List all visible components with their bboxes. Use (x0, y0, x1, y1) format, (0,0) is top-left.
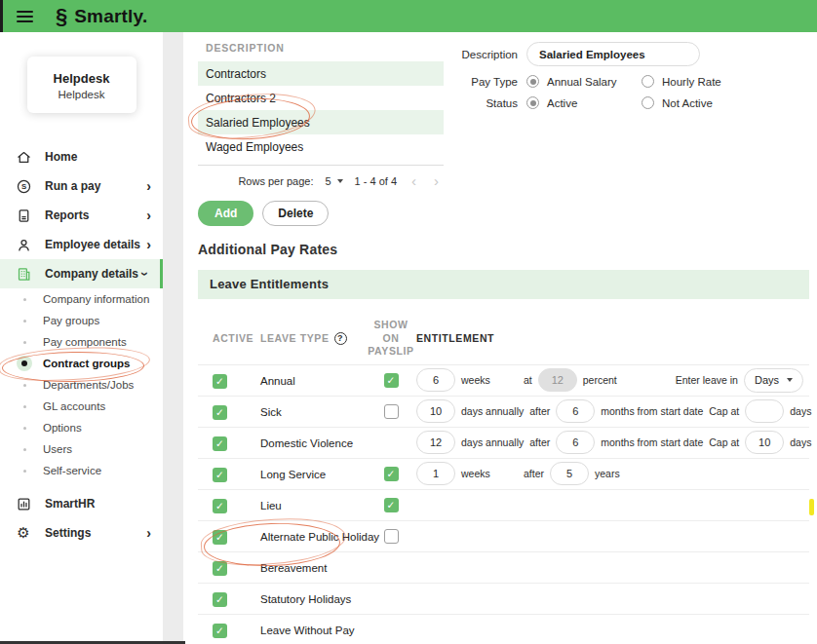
description-input[interactable]: Salaried Employees (526, 42, 700, 66)
show-on-payslip-checkbox[interactable]: ✓ (384, 498, 399, 512)
group-row-salaried-employees[interactable]: Salaried Employees (198, 110, 444, 134)
active-checkbox[interactable]: ✓ (213, 561, 227, 576)
entitlement-label: after (529, 405, 550, 417)
leave-type-cell: Bereavement (245, 558, 366, 576)
sidebar-item-settings[interactable]: ⚙Settings› (0, 518, 163, 548)
entitlement-unit-select[interactable]: Days (744, 368, 803, 393)
sidebar-subitem-contract-groups[interactable]: Contract groups (0, 353, 163, 374)
sidebar-subitem-departments-jobs[interactable]: Departments/Jobs (0, 374, 163, 396)
active-checkbox[interactable]: ✓ (213, 530, 227, 545)
leave-type-label: Bereavement (260, 562, 327, 574)
top-bar: § Smartly. (0, 0, 817, 32)
show-on-payslip-checkbox[interactable] (384, 529, 399, 544)
company-icon (15, 265, 32, 283)
rows-per-page-select[interactable]: 5 (325, 175, 342, 187)
sidebar-item-run-a-pay[interactable]: SRun a pay› (0, 171, 163, 201)
entitlement-input[interactable] (745, 399, 784, 423)
sidebar-subitem-self-service[interactable]: Self-service (0, 460, 163, 481)
entitlement-input[interactable]: 10 (416, 399, 455, 423)
menu-icon[interactable] (17, 11, 33, 22)
sidebar-item-reports[interactable]: Reports› (0, 201, 163, 230)
active-cell: ✓ (198, 402, 245, 420)
entitlement-input[interactable]: 12 (416, 431, 455, 454)
pay-type-option-hourly-rate[interactable]: Hourly Rate (642, 75, 721, 88)
active-checkbox[interactable]: ✓ (213, 436, 227, 451)
sidebar-subitem-gl-accounts[interactable]: GL accounts (0, 396, 163, 417)
sidebar-item-company-details[interactable]: Company details› (0, 259, 163, 288)
group-row-label: Waged Employees (206, 140, 303, 154)
employee-icon (15, 236, 32, 253)
leave-row-domestic-violence: ✓Domestic Violence12days annuallyafter6m… (198, 428, 809, 459)
entitlement-cell: 1weeksafter5years (416, 462, 809, 485)
group-row-contractors[interactable]: Contractors (198, 61, 444, 86)
sidebar-subitem-pay-components[interactable]: Pay components (0, 331, 163, 353)
help-icon[interactable]: ? (334, 332, 347, 345)
active-checkbox[interactable]: ✓ (213, 468, 227, 482)
show-on-payslip-cell: ✓ (366, 498, 416, 512)
leave-row-statutory-holidays: ✓Statutory Holidays (198, 584, 809, 615)
entitlement-input[interactable]: 10 (745, 431, 784, 454)
next-page-icon[interactable]: › (431, 172, 442, 189)
description-label: Description (457, 49, 518, 60)
sidebar-item-label: SmartHR (45, 497, 95, 511)
sidebar-subitem-pay-groups[interactable]: Pay groups (0, 310, 163, 331)
sidebar-item-employee-details[interactable]: Employee details› (0, 230, 163, 259)
delete-button[interactable]: Delete (262, 201, 329, 226)
leave-type-label: Leave Without Pay (260, 625, 355, 636)
leave-row-lieu: ✓Lieu✓ (198, 490, 809, 521)
previous-page-icon[interactable]: ‹ (408, 172, 419, 189)
entitlement-label: days (790, 436, 811, 448)
entitlement-input[interactable]: 6 (416, 368, 455, 392)
pay-type-option-annual-salary[interactable]: Annual Salary (526, 75, 642, 88)
status-option-label: Active (547, 97, 577, 109)
entitlement-input[interactable]: 6 (556, 399, 595, 423)
entitlement-cell: 6weeksat12percentEnter leave inDays (416, 368, 809, 393)
leave-type-label: Sick (260, 406, 282, 418)
sidebar-subitem-label: Options (43, 422, 82, 434)
leave-type-cell: Leave Without Pay (245, 621, 366, 638)
sidebar-nav: HomeSRun a pay›Reports›Employee details›… (0, 142, 163, 288)
entitlement-input[interactable]: 5 (550, 462, 589, 485)
sidebar-item-label: Company details (45, 267, 138, 281)
leave-type-cell: Statutory Holidays (245, 589, 366, 607)
group-row-waged-employees[interactable]: Waged Employees (198, 134, 444, 159)
group-detail-form: Description Salaried Employees Pay Type … (444, 38, 809, 226)
sidebar-item-smarthr[interactable]: SmartHR (0, 489, 163, 518)
status-options: ActiveNot Active (526, 96, 713, 109)
pay-type-option-label: Annual Salary (547, 76, 617, 88)
entitlement-input[interactable]: 1 (416, 462, 455, 485)
workspace-subtitle: Helpdesk (33, 89, 131, 100)
show-on-payslip-checkbox[interactable]: ✓ (384, 373, 399, 388)
show-on-payslip-cell (366, 529, 416, 544)
status-field-row: Status ActiveNot Active (457, 96, 809, 109)
add-button[interactable]: Add (198, 201, 253, 226)
active-checkbox[interactable]: ✓ (213, 592, 227, 607)
entitlement-input[interactable]: 6 (556, 431, 595, 454)
active-checkbox[interactable]: ✓ (213, 374, 227, 389)
contract-groups-rows: ContractorsContractors 2Salaried Employe… (198, 61, 444, 159)
entitlement-label: months from start date (601, 436, 703, 448)
sidebar-subitem-company-information[interactable]: Company information (0, 288, 163, 310)
sidebar-item-home[interactable]: Home (0, 142, 163, 171)
pay-type-option-label: Hourly Rate (662, 76, 721, 88)
active-checkbox[interactable]: ✓ (213, 499, 227, 513)
active-checkbox[interactable]: ✓ (213, 624, 227, 638)
active-cell: ✓ (198, 371, 245, 389)
description-field-row: Description Salaried Employees (457, 42, 809, 66)
status-option-active[interactable]: Active (526, 96, 642, 109)
home-icon (15, 148, 32, 166)
app-logo[interactable]: § Smartly. (56, 6, 147, 27)
show-on-payslip-checkbox[interactable]: ✓ (384, 467, 399, 481)
smarthr-icon (15, 495, 32, 512)
group-row-contractors-2[interactable]: Contractors 2 (198, 86, 444, 110)
leave-type-cell: Lieu (245, 496, 366, 513)
sidebar-subitem-users[interactable]: Users (0, 438, 163, 460)
workspace-card[interactable]: Helpdesk Helpdesk (27, 57, 136, 113)
active-checkbox[interactable]: ✓ (213, 405, 227, 420)
chevron-right-icon: › (146, 179, 151, 193)
contract-groups-section: DESCRIPTION ContractorsContractors 2Sala… (198, 38, 809, 226)
show-on-payslip-checkbox[interactable] (384, 404, 399, 419)
sidebar-subitem-options[interactable]: Options (0, 417, 163, 438)
workspace-title: Helpdesk (33, 71, 131, 86)
status-option-not-active[interactable]: Not Active (642, 96, 713, 109)
